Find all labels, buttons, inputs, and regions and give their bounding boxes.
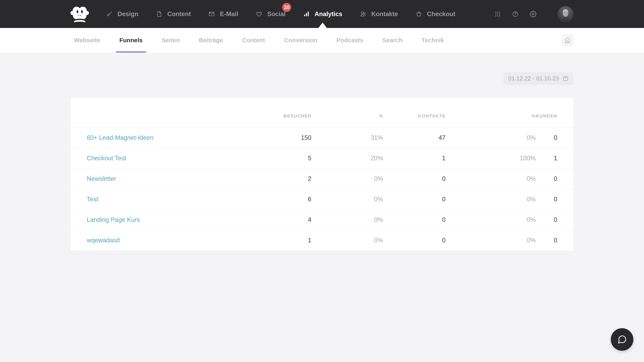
besucher-value: 150 (253, 127, 312, 148)
home-icon (564, 37, 571, 43)
tab-label: Beiträge (199, 37, 223, 44)
besucher-pct-value: 0% (312, 189, 384, 210)
kontakte-value: 47 (384, 127, 446, 148)
column-header-kunden: KUNDEN (536, 97, 573, 127)
chat-fab-button[interactable] (611, 328, 633, 351)
kontakte-pct-value: 0% (446, 210, 536, 230)
app-screen: Design Content (0, 0, 644, 362)
nav-item-design[interactable]: Design (106, 0, 138, 28)
funnel-link[interactable]: Newsletter (87, 175, 116, 182)
topbar: Design Content (0, 0, 644, 28)
kunden-value: 1 (536, 148, 573, 169)
besucher-pct-value: 0% (312, 210, 384, 230)
tab-label: Content (242, 37, 265, 44)
kunden-value: 0 (536, 189, 573, 210)
chat-bubble-icon (617, 335, 627, 344)
funnel-link[interactable]: Test (87, 196, 98, 203)
nav-item-email[interactable]: E-Mail (208, 0, 238, 28)
notification-badge: 10 (282, 3, 291, 12)
tab-label: Podcasts (336, 37, 363, 44)
nav-item-checkout[interactable]: Checkout (416, 0, 456, 28)
main-content: 01.12.22 - 01.10.23 BESUCHER (70, 72, 574, 251)
tab-technik[interactable]: Technik (418, 28, 448, 52)
grid-icon (494, 11, 501, 17)
toolbar-row: 01.12.22 - 01.10.23 (70, 72, 574, 85)
apps-grid-button[interactable] (494, 11, 501, 17)
tab-seiten[interactable]: Seiten (158, 28, 183, 52)
nav-label: Content (167, 10, 191, 18)
table-row: 60+ Lead-Magnet-Ideen 150 31% 47 0% 0 (71, 127, 573, 148)
besucher-value: 6 (253, 189, 312, 210)
table-header-row: BESUCHER % KONTAKTE % KUNDEN (71, 97, 573, 127)
nav-item-content[interactable]: Content (156, 0, 191, 28)
kunden-value: 0 (536, 169, 573, 189)
besucher-value: 5 (253, 148, 312, 169)
nav-item-analytics[interactable]: Analytics (303, 0, 342, 28)
kontakte-value: 0 (384, 189, 446, 210)
subnav: Webseite Funnels Seiten Beiträge Content… (0, 28, 644, 52)
nav-label: Analytics (314, 10, 342, 18)
kontakte-value: 0 (384, 169, 446, 189)
besucher-pct-value: 0% (312, 230, 384, 251)
table-row: Landing Page Kurs 4 0% 0 0% 0 (71, 210, 573, 230)
tab-funnels[interactable]: Funnels (116, 28, 146, 52)
kunden-value: 0 (536, 210, 573, 230)
monkey-icon (70, 5, 89, 23)
kunden-value: 0 (536, 230, 573, 251)
besucher-pct-value: 20% (312, 148, 384, 169)
document-icon (156, 10, 162, 17)
funnel-link[interactable]: 60+ Lead-Magnet-Ideen (87, 134, 154, 141)
basket-icon (416, 10, 422, 17)
tab-webseite[interactable]: Webseite (70, 28, 104, 52)
calendar-icon (562, 75, 569, 82)
column-header-kontakte: KONTAKTE (384, 97, 446, 127)
tab-beitraege[interactable]: Beiträge (196, 28, 226, 52)
user-avatar[interactable] (558, 6, 574, 22)
kontakte-value: 1 (384, 148, 446, 169)
kontakte-pct-value: 100% (446, 148, 536, 169)
kontakte-value: 0 (384, 210, 446, 230)
envelope-icon (208, 10, 215, 17)
date-range-label: 01.12.22 - 01.10.23 (508, 75, 559, 82)
settings-button[interactable] (530, 11, 536, 17)
tab-content[interactable]: Content (239, 28, 268, 52)
kontakte-value: 0 (384, 230, 446, 251)
active-nav-pointer (318, 22, 327, 28)
besucher-value: 2 (253, 169, 312, 189)
nav-item-social[interactable]: Social 10 (256, 0, 286, 28)
home-button[interactable] (562, 34, 574, 46)
nav-item-kontakte[interactable]: Kontakte (360, 0, 398, 28)
funnels-table: BESUCHER % KONTAKTE % KUNDEN 60+ Lead-Ma… (71, 97, 573, 251)
help-icon (512, 11, 519, 17)
tab-label: Funnels (119, 37, 142, 44)
kontakte-pct-value: 0% (446, 169, 536, 189)
brand-logo[interactable] (70, 5, 89, 23)
column-header-name (71, 97, 253, 127)
tab-label: Technik (422, 37, 444, 44)
besucher-value: 4 (253, 210, 312, 230)
column-header-besucher: BESUCHER (253, 97, 312, 127)
main-nav: Design Content (106, 0, 456, 28)
tab-label: Conversion (284, 37, 317, 44)
date-range-button[interactable]: 01.12.22 - 01.10.23 (503, 72, 574, 85)
table-row: Newsletter 2 0% 0 0% 0 (71, 169, 573, 189)
tab-conversion[interactable]: Conversion (281, 28, 321, 52)
column-header-kontakte-pct: % (446, 97, 536, 127)
avatar-image (558, 6, 574, 22)
heart-icon (256, 10, 263, 17)
tab-label: Seiten (162, 37, 180, 44)
funnel-link[interactable]: wqewadasd (87, 237, 120, 244)
nav-label: E-Mail (220, 10, 238, 18)
funnel-link[interactable]: Checkout Test (87, 155, 126, 162)
help-button[interactable] (512, 11, 519, 17)
table-row: wqewadasd 1 0% 0 0% 0 (71, 230, 573, 251)
add-contact-icon (360, 10, 367, 17)
bar-chart-icon (303, 10, 310, 17)
nav-label: Social (267, 10, 286, 18)
kontakte-pct-value: 0% (446, 189, 536, 210)
tab-podcasts[interactable]: Podcasts (333, 28, 367, 52)
tab-label: Search (382, 37, 402, 44)
besucher-pct-value: 31% (312, 127, 384, 148)
tab-search[interactable]: Search (379, 28, 406, 52)
funnel-link[interactable]: Landing Page Kurs (87, 216, 140, 223)
